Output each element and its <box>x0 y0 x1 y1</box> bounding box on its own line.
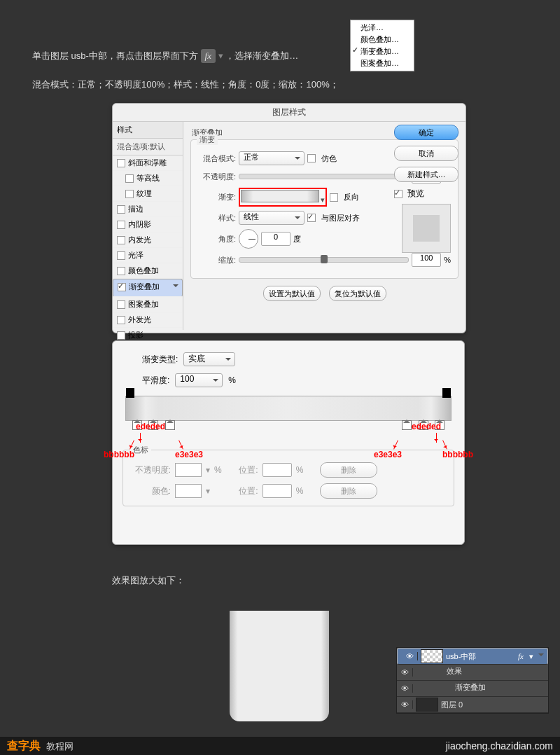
angle-input[interactable]: 0 <box>261 232 290 246</box>
opacity-stop[interactable] <box>126 388 134 398</box>
cancel-button[interactable]: 取消 <box>394 146 458 161</box>
fx-icon: fx <box>201 49 216 63</box>
page-footer: 查字典 教程网 jiaocheng.chazidian.com <box>0 737 560 755</box>
reverse-checkbox[interactable] <box>330 193 338 202</box>
panel-subsection-label: 渐变 <box>197 134 218 145</box>
dither-checkbox[interactable] <box>307 154 316 162</box>
style-sidebar: 样式 混合选项:默认 斜面和浮雕 等高线 纹理 描边 内阴影 内发光 光泽 颜色… <box>113 122 183 330</box>
stop-pos-input[interactable] <box>262 463 292 477</box>
grad-type-select[interactable]: 实底 <box>183 352 235 366</box>
style-outer-glow[interactable]: 外发光 <box>113 312 183 328</box>
angle-unit: 度 <box>293 234 301 244</box>
opacity-slider[interactable] <box>239 174 409 179</box>
new-style-button[interactable]: 新建样式… <box>394 167 458 182</box>
style-color-overlay[interactable]: 颜色叠加 <box>113 263 183 279</box>
layer-thumbnail[interactable] <box>421 649 443 663</box>
preview-box <box>402 204 451 253</box>
instruction-line-1a: 单击图层 usb-中部，再点击图层界面下方 <box>32 50 198 61</box>
dither-label: 仿色 <box>321 153 337 164</box>
set-default-button[interactable]: 设置为默认值 <box>263 286 321 301</box>
visibility-icon[interactable]: 👁 <box>397 684 413 693</box>
percent-label: % <box>228 375 236 385</box>
layer-row-usb-mid[interactable]: 👁 usb-中部 fx ▾ <box>397 648 548 665</box>
opacity-stop[interactable] <box>442 388 451 398</box>
instruction-line-1: 单击图层 usb-中部，再点击图层界面下方 fx ▾ ，选择渐变叠加… <box>32 49 298 63</box>
visibility-icon[interactable]: 👁 <box>397 668 413 677</box>
scale-slider[interactable] <box>239 257 409 263</box>
popup-item-pattern-overlay[interactable]: 图案叠加… <box>351 57 414 69</box>
layer-thumbnail[interactable] <box>416 698 438 712</box>
style-inner-shadow[interactable]: 内阴影 <box>113 217 183 233</box>
style-texture[interactable]: 纹理 <box>113 186 183 202</box>
check-icon[interactable] <box>117 221 125 229</box>
visibility-icon[interactable]: 👁 <box>397 700 413 709</box>
check-icon[interactable] <box>117 159 125 167</box>
color-stop[interactable] <box>402 420 412 430</box>
style-label: 样式: <box>198 213 236 223</box>
layer-row-bg[interactable]: 👁 图层 0 <box>397 697 548 713</box>
fx-popup-menu: 光泽… 颜色叠加… 渐变叠加… 图案叠加… <box>350 20 414 71</box>
style-contour[interactable]: 等高线 <box>113 171 183 186</box>
layer-name: 渐变叠加 <box>413 682 486 695</box>
check-icon[interactable] <box>118 283 126 291</box>
sidebar-header[interactable]: 样式 <box>113 122 183 139</box>
gradient-swatch[interactable] <box>241 190 319 202</box>
align-checkbox[interactable] <box>307 214 316 222</box>
chevron-down-icon[interactable]: ▾ <box>526 652 536 661</box>
popup-item-sheen[interactable]: 光泽… <box>351 22 414 34</box>
scale-input[interactable]: 100 <box>412 253 441 267</box>
stop-color-input[interactable] <box>175 484 202 498</box>
check-icon[interactable] <box>117 267 125 275</box>
reset-default-button[interactable]: 复位为默认值 <box>329 286 386 301</box>
delete-stop-button[interactable]: 删除 <box>320 462 377 478</box>
layer-name: 效果 <box>413 666 462 679</box>
stop-color-label: 颜色: <box>130 485 171 497</box>
preview-checkbox[interactable] <box>394 190 402 198</box>
popup-item-gradient-overlay[interactable]: 渐变叠加… <box>351 46 414 57</box>
check-icon[interactable] <box>117 251 125 260</box>
anno-bot-ll: bbbbbb <box>104 450 134 459</box>
style-satin[interactable]: 光泽 <box>113 248 183 263</box>
reverse-label: 反向 <box>344 192 359 202</box>
check-icon[interactable] <box>125 174 134 183</box>
check-icon[interactable] <box>117 236 125 244</box>
smoothness-label: 平滑度: <box>142 375 169 387</box>
opacity-label: 不透明度: <box>198 172 236 182</box>
fx-badge[interactable]: fx <box>518 652 526 660</box>
check-icon[interactable] <box>117 300 125 309</box>
anno-bot-rl: e3e3e3 <box>374 450 402 459</box>
instruction-line-2: 混合模式：正常；不透明度100%；样式：线性；角度：0度；缩放：100%； <box>32 78 339 91</box>
stop-pos-input[interactable] <box>262 484 292 498</box>
style-inner-glow[interactable]: 内发光 <box>113 233 183 248</box>
style-bevel[interactable]: 斜面和浮雕 <box>113 155 183 171</box>
ok-button[interactable]: 确定 <box>394 125 458 140</box>
stop-opacity-input[interactable] <box>175 463 202 477</box>
layer-row-fx[interactable]: 👁 效果 <box>397 665 548 681</box>
check-icon[interactable] <box>117 331 125 340</box>
check-icon[interactable] <box>125 190 134 198</box>
gradient-bar[interactable]: ededed ededed bbbbbb e3e3e3 e3e3e3 bbbbb… <box>125 396 451 421</box>
style-select[interactable]: 线性 <box>239 211 304 225</box>
check-icon[interactable] <box>117 316 125 324</box>
style-pattern-overlay[interactable]: 图案叠加 <box>113 297 183 312</box>
popup-item-color-overlay[interactable]: 颜色叠加… <box>351 34 414 46</box>
visibility-icon[interactable]: 👁 <box>402 652 418 660</box>
style-gradient-overlay[interactable]: 渐变叠加 <box>113 279 183 297</box>
angle-label: 角度: <box>198 234 236 244</box>
color-stop[interactable] <box>165 420 175 430</box>
check-icon[interactable] <box>117 205 125 214</box>
layer-name: 图层 0 <box>441 700 463 710</box>
result-caption: 效果图放大如下： <box>112 574 185 587</box>
sidebar-blend-opts[interactable]: 混合选项:默认 <box>113 139 183 155</box>
footer-brand: 查字典 教程网 <box>7 739 74 754</box>
angle-wheel[interactable] <box>239 229 258 249</box>
anno-bot-rr: bbbbbb <box>442 450 473 459</box>
style-stroke[interactable]: 描边 <box>113 202 183 217</box>
blend-mode-select[interactable]: 正常 <box>239 151 304 165</box>
layer-row-grad-overlay[interactable]: 👁 渐变叠加 <box>397 681 548 697</box>
scale-label: 缩放: <box>198 255 236 265</box>
dialog-title: 图层样式 <box>113 104 465 122</box>
instruction-line-1b: ，选择渐变叠加… <box>225 50 298 61</box>
smoothness-select[interactable]: 100 <box>175 373 223 387</box>
delete-stop-button[interactable]: 删除 <box>320 483 377 499</box>
